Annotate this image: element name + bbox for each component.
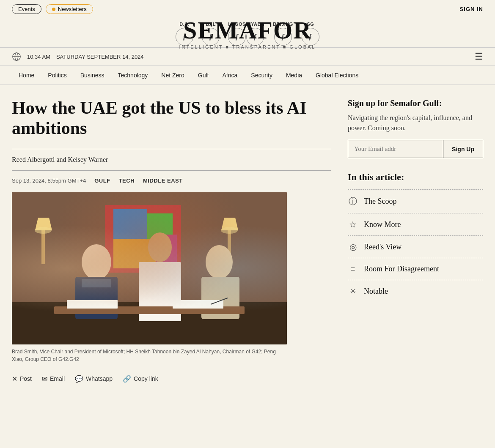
datetime-bar: 10:34 AM SATURDAY SEPTEMBER 14, 2024 ☰: [0, 47, 495, 66]
article-meta: Sep 13, 2024, 8:55pm GMT+4 GULF TECH MID…: [12, 178, 331, 184]
svg-rect-8: [147, 213, 173, 247]
svg-rect-14: [228, 230, 231, 264]
time-display: 10:34 AM: [27, 54, 50, 60]
svg-rect-25: [67, 300, 118, 309]
article-image: [12, 192, 287, 344]
article-sections: ⓘ The Scoop ☆ Know More ◎ Reed's View ≡ …: [348, 189, 483, 302]
svg-rect-10: [156, 235, 177, 268]
section-item-reed's-view[interactable]: ◎ Reed's View: [348, 235, 483, 258]
section-icon-notable: ✳: [348, 286, 358, 296]
newsletters-label: Newsletters: [58, 6, 87, 12]
nav-item-africa[interactable]: Africa: [216, 66, 245, 85]
nav-item-gulf[interactable]: Gulf: [191, 66, 216, 85]
copy-label: Copy link: [134, 375, 158, 382]
logo-text: SEMAFOR: [179, 18, 316, 43]
x-icon: ✕: [12, 375, 17, 383]
newsletter-desc: Navigating the region's capital, influen…: [348, 113, 483, 133]
tag-gulf[interactable]: GULF: [94, 178, 110, 184]
article-title: How the UAE got the US to bless its AI a…: [12, 98, 331, 139]
svg-rect-9: [113, 239, 156, 268]
divider: [12, 149, 331, 149]
email-icon: ✉: [42, 375, 47, 383]
svg-point-22: [206, 245, 233, 279]
post-label: Post: [20, 375, 32, 382]
section-label-the-scoop: The Scoop: [364, 197, 396, 206]
newsletter-title: Sign up for Semafor Gulf:: [348, 98, 483, 109]
share-bar: ✕ Post ✉ Email 💬 Whatsapp 🔗 Copy link: [12, 372, 331, 383]
section-item-room-for-disagreement[interactable]: ≡ Room For Disagreement: [348, 258, 483, 280]
newsletters-button[interactable]: Newsletters: [46, 4, 93, 14]
svg-rect-4: [12, 192, 287, 302]
nav-item-global-elections[interactable]: Global Elections: [309, 66, 365, 85]
in-this-article: In this article: ⓘ The Scoop ☆ Know More…: [348, 172, 483, 302]
section-item-know-more[interactable]: ☆ Know More: [348, 213, 483, 235]
email-signup-form: Sign Up: [348, 140, 483, 158]
header: D.C.ƒBXLƒLAGOSƒ SEMAFOR INTELLIGENT ■ TR…: [0, 18, 495, 47]
email-input[interactable]: [348, 140, 443, 158]
section-item-the-scoop[interactable]: ⓘ The Scoop: [348, 189, 483, 213]
section-label-room-for-disagreement: Room For Disagreement: [364, 265, 439, 273]
svg-rect-23: [201, 277, 239, 319]
svg-marker-15: [221, 218, 238, 230]
signup-button[interactable]: Sign Up: [443, 140, 483, 158]
datetime-left: 10:34 AM SATURDAY SEPTEMBER 14, 2024: [12, 52, 144, 61]
navigation: HomePoliticsBusinessTechnologyNet ZeroGu…: [0, 66, 495, 85]
share-copy-link[interactable]: 🔗 Copy link: [123, 375, 158, 383]
svg-marker-12: [35, 218, 52, 230]
section-icon-room-for-disagreement: ≡: [348, 264, 358, 274]
section-label-notable: Notable: [364, 287, 388, 296]
nav-item-net-zero[interactable]: Net Zero: [154, 66, 191, 85]
top-bar-left: Events Newsletters: [12, 4, 93, 14]
svg-rect-26: [173, 300, 223, 309]
section-label-reed's-view: Reed's View: [364, 243, 402, 251]
in-article-title: In this article:: [348, 172, 483, 183]
share-email[interactable]: ✉ Email: [42, 375, 65, 383]
svg-line-27: [211, 298, 228, 304]
section-icon-reed's-view: ◎: [348, 242, 358, 252]
link-icon: 🔗: [123, 375, 131, 383]
nav-item-media[interactable]: Media: [279, 66, 309, 85]
svg-rect-24: [54, 306, 245, 314]
tag-tech[interactable]: TECH: [119, 178, 135, 184]
section-item-notable[interactable]: ✳ Notable: [348, 280, 483, 302]
nav-item-politics[interactable]: Politics: [41, 66, 73, 85]
email-label: Email: [50, 375, 65, 382]
svg-point-20: [148, 232, 172, 262]
nav-item-business[interactable]: Business: [74, 66, 111, 85]
article-column: How the UAE got the US to bless its AI a…: [12, 98, 331, 383]
logo-tagline: INTELLIGENT ■ TRANSPARENT ■ GLOBAL: [179, 44, 316, 49]
sidebar-column: Sign up for Semafor Gulf: Navigating the…: [348, 98, 483, 383]
svg-rect-7: [113, 209, 147, 239]
tag-mideast[interactable]: MIDDLE EAST: [143, 178, 183, 184]
date-display: SATURDAY SEPTEMBER 14, 2024: [56, 54, 144, 60]
nav-item-home[interactable]: Home: [12, 66, 41, 85]
section-icon-know-more: ☆: [348, 219, 358, 229]
section-label-know-more: Know More: [364, 220, 401, 229]
section-icon-the-scoop: ⓘ: [348, 196, 358, 207]
main-content: How the UAE got the US to bless its AI a…: [0, 85, 495, 396]
article-caption: Brad Smith, Vice Chair and President of …: [12, 348, 287, 363]
top-bar: Events Newsletters SIGN IN: [0, 0, 495, 18]
share-post[interactable]: ✕ Post: [12, 375, 32, 383]
nav-item-security[interactable]: Security: [244, 66, 279, 85]
svg-point-16: [221, 227, 238, 234]
article-image-container: Brad Smith, Vice Chair and President of …: [12, 192, 331, 363]
svg-rect-19: [82, 279, 111, 287]
svg-rect-11: [41, 230, 45, 264]
dot-icon: [52, 8, 55, 11]
svg-rect-5: [12, 302, 287, 344]
hamburger-menu[interactable]: ☰: [475, 51, 483, 62]
svg-rect-21: [139, 262, 181, 321]
whatsapp-icon: 💬: [75, 375, 83, 383]
nav-item-technology[interactable]: Technology: [111, 66, 155, 85]
share-whatsapp[interactable]: 💬 Whatsapp: [75, 375, 113, 383]
svg-rect-6: [105, 205, 181, 273]
svg-point-17: [82, 244, 111, 280]
svg-rect-18: [75, 277, 118, 319]
sign-in-button[interactable]: SIGN IN: [460, 6, 483, 12]
svg-rect-3: [12, 192, 287, 344]
article-date: Sep 13, 2024, 8:55pm GMT+4: [12, 178, 86, 184]
events-button[interactable]: Events: [12, 4, 41, 14]
logo: SEMAFOR INTELLIGENT ■ TRANSPARENT ■ GLOB…: [179, 18, 316, 49]
whatsapp-label: Whatsapp: [86, 375, 113, 382]
